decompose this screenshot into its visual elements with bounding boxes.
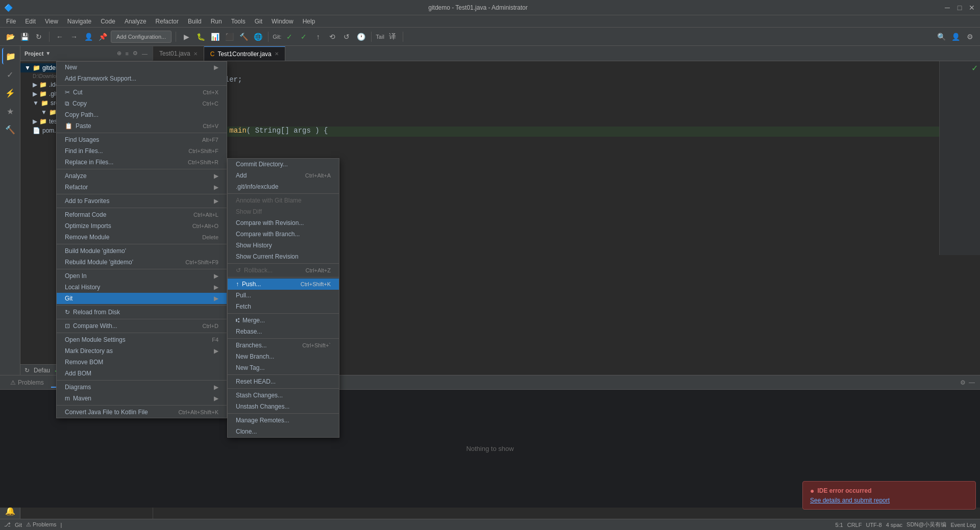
activity-commit-icon[interactable]: ✓ xyxy=(2,66,18,83)
ctx-git-pull[interactable]: Pull... xyxy=(228,290,339,301)
menu-window[interactable]: Window xyxy=(267,17,298,26)
toolbar-stop-icon[interactable]: ⬛ xyxy=(223,31,235,43)
toolbar-git-push-icon[interactable]: ↑ xyxy=(312,31,324,43)
ctx-maven[interactable]: m Maven ▶ xyxy=(57,393,227,404)
toolbar-back-icon[interactable]: ← xyxy=(54,31,66,43)
ctx-add-to-favorites[interactable]: Add to Favorites ▶ xyxy=(57,195,227,207)
ctx-git-add[interactable]: Add Ctrl+Alt+A xyxy=(228,170,339,181)
ide-error-link[interactable]: See details and submit report xyxy=(810,497,968,504)
ctx-open-in[interactable]: Open In ▶ xyxy=(57,270,227,282)
context-menu-main[interactable]: New ▶ Add Framework Support... ✂ Cut Ctr… xyxy=(56,61,227,418)
toolbar-globe-icon[interactable]: 🌐 xyxy=(252,31,264,43)
menu-code[interactable]: Code xyxy=(96,17,119,26)
ctx-local-history[interactable]: Local History ▶ xyxy=(57,282,227,293)
ctx-find-usages[interactable]: Find Usages Alt+F7 xyxy=(57,134,227,145)
toolbar-save-icon[interactable]: 💾 xyxy=(18,31,31,43)
ctx-git-branches[interactable]: Branches... Ctrl+Shift+` xyxy=(228,340,339,351)
line-ending[interactable]: CRLF xyxy=(847,522,862,528)
ctx-convert-kotlin[interactable]: Convert Java File to Kotlin File Ctrl+Al… xyxy=(57,407,227,418)
activity-build-icon[interactable]: 🔨 xyxy=(2,121,18,138)
ctx-copy-path[interactable]: Copy Path... xyxy=(57,109,227,120)
ctx-open-module-settings[interactable]: Open Module Settings F4 xyxy=(57,334,227,345)
toolbar-git-check-icon[interactable]: ✓ xyxy=(283,31,296,43)
ctx-optimize[interactable]: Optimize Imports Ctrl+Alt+O xyxy=(57,220,227,232)
ctx-add-bom[interactable]: Add BOM xyxy=(57,368,227,379)
context-menu-git[interactable]: Commit Directory... Add Ctrl+Alt+A .git/… xyxy=(227,158,339,438)
ctx-git-merge[interactable]: ⑆ Merge... xyxy=(228,315,339,326)
cursor-position[interactable]: 5:1 xyxy=(835,522,843,528)
ctx-compare-with[interactable]: ⊡ Compare With... Ctrl+D xyxy=(57,320,227,332)
tab-test01-close[interactable]: ✕ xyxy=(193,51,198,57)
ctx-git[interactable]: Git ▶ xyxy=(57,293,227,304)
tab-problems[interactable]: ⚠ Problems xyxy=(4,378,50,387)
menu-analyze[interactable]: Analyze xyxy=(120,17,151,26)
menu-view[interactable]: View xyxy=(41,17,62,26)
toolbar-git-history-icon[interactable]: 🕐 xyxy=(355,31,367,43)
ctx-git-rebase[interactable]: Rebase... xyxy=(228,326,339,337)
close-button[interactable]: ✕ xyxy=(968,4,976,12)
ctx-git-compare-revision[interactable]: Compare with Revision... xyxy=(228,217,339,229)
toolbar-translate-icon[interactable]: 译 xyxy=(386,31,399,43)
toolbar-git-check2-icon[interactable]: ✓ xyxy=(298,31,310,43)
ctx-git-current-revision[interactable]: Show Current Revision xyxy=(228,251,339,262)
panel-locate-btn[interactable]: ⊕ xyxy=(116,49,122,58)
ctx-git-push[interactable]: ↑ Push... Ctrl+Shift+K xyxy=(228,279,339,290)
event-log[interactable]: Event Log xyxy=(950,522,976,528)
toolbar-git-rollback-icon[interactable]: ↺ xyxy=(340,31,353,43)
maximize-button[interactable]: □ xyxy=(955,4,964,12)
ctx-add-framework[interactable]: Add Framework Support... xyxy=(57,73,227,84)
ctx-git-unstash[interactable]: Unstash Changes... xyxy=(228,401,339,412)
menu-tools[interactable]: Tools xyxy=(227,17,250,26)
menu-help[interactable]: Help xyxy=(299,17,320,26)
ctx-reload-disk[interactable]: ↻ Reload from Disk xyxy=(57,307,227,318)
panel-sort-btn[interactable]: ≡ xyxy=(125,49,130,58)
toolbar-git-update-icon[interactable]: ⟲ xyxy=(326,31,338,43)
ctx-git-commit-dir[interactable]: Commit Directory... xyxy=(228,159,339,170)
toolbar-build-icon[interactable]: 🔨 xyxy=(237,31,250,43)
ctx-git-reset-head[interactable]: Reset HEAD... xyxy=(228,376,339,387)
activity-project-icon[interactable]: 📁 xyxy=(2,48,18,64)
ctx-mark-dir[interactable]: Mark Directory as ▶ xyxy=(57,345,227,357)
toolbar-coverage-icon[interactable]: 📊 xyxy=(209,31,221,43)
ctx-git-manage-remotes[interactable]: Manage Remotes... xyxy=(228,415,339,426)
activity-structure-icon[interactable]: ⚡ xyxy=(2,85,18,101)
toolbar-run-config-icon[interactable]: 👤 xyxy=(82,31,94,43)
menu-build[interactable]: Build xyxy=(184,17,206,26)
toolbar-debug-icon[interactable]: 🐛 xyxy=(194,31,207,43)
ctx-git-clone[interactable]: Clone... xyxy=(228,426,339,437)
ctx-refactor[interactable]: Refactor ▶ xyxy=(57,182,227,193)
activity-bookmark-icon[interactable]: ★ xyxy=(2,103,18,119)
ctx-diagrams[interactable]: Diagrams ▶ xyxy=(57,382,227,393)
menu-refactor[interactable]: Refactor xyxy=(152,17,183,26)
add-configuration-button[interactable]: Add Configuration... xyxy=(111,31,172,43)
menu-file[interactable]: File xyxy=(2,17,20,26)
ctx-reformat[interactable]: Reformat Code Ctrl+Alt+L xyxy=(57,209,227,220)
toolbar-search-icon[interactable]: 🔍 xyxy=(935,31,947,43)
ctx-git-exclude[interactable]: .git/info/exclude xyxy=(228,181,339,192)
encoding[interactable]: UTF-8 xyxy=(866,522,881,528)
toolbar-play-icon[interactable]: ▶ xyxy=(180,31,192,43)
ctx-new[interactable]: New ▶ xyxy=(57,62,227,73)
tab-test01[interactable]: Test01.java ✕ xyxy=(153,46,204,61)
menu-navigate[interactable]: Navigate xyxy=(63,17,95,26)
indent-size[interactable]: 4 spac xyxy=(886,522,902,528)
bottom-minimize-btn[interactable]: — xyxy=(968,378,976,387)
toolbar-refresh-icon[interactable]: ↻ xyxy=(33,31,45,43)
ctx-git-stash[interactable]: Stash Changes... xyxy=(228,390,339,401)
ctx-git-new-tag[interactable]: New Tag... xyxy=(228,362,339,373)
toolbar-pin-icon[interactable]: 📌 xyxy=(96,31,109,43)
ctx-rebuild-module[interactable]: Rebuild Module 'gitdemo' Ctrl+Shift+F9 xyxy=(57,257,227,268)
ctx-remove-bom[interactable]: Remove BOM xyxy=(57,357,227,368)
toolbar-user-icon[interactable]: 👤 xyxy=(949,31,962,43)
panel-gear-btn[interactable]: ⚙ xyxy=(132,49,139,58)
panel-hide-btn[interactable]: — xyxy=(141,49,149,58)
ctx-git-new-branch[interactable]: New Branch... xyxy=(228,351,339,362)
ctx-remove-module[interactable]: Remove Module Delete xyxy=(57,232,227,243)
minimize-button[interactable]: ─ xyxy=(943,4,951,12)
bottom-settings-btn[interactable]: ⚙ xyxy=(959,378,967,387)
ctx-paste[interactable]: 📋 Paste Ctrl+V xyxy=(57,120,227,132)
vc-sync-icon[interactable]: ↻ xyxy=(24,367,30,374)
tab-test1controller[interactable]: C Test1Controller.java ✕ xyxy=(204,46,285,61)
toolbar-settings-icon[interactable]: ⚙ xyxy=(964,31,976,43)
ctx-find-in-files[interactable]: Find in Files... Ctrl+Shift+F xyxy=(57,145,227,157)
